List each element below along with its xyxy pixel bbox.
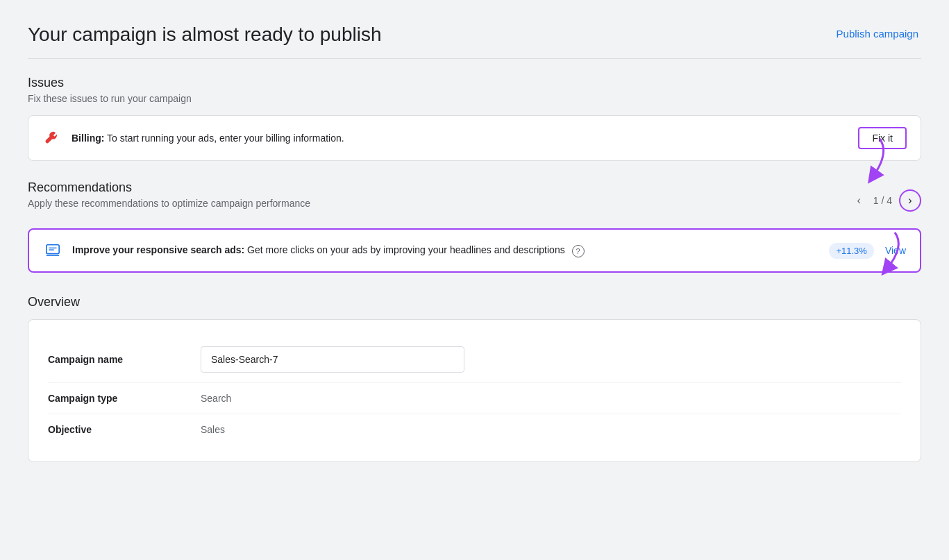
overview-title: Overview [28, 295, 921, 309]
page-container: Your campaign is almost ready to publish… [0, 0, 949, 560]
rec-badge: +11.3% [829, 243, 873, 259]
page-title: Your campaign is almost ready to publish [28, 22, 381, 47]
header-divider [28, 58, 921, 59]
issues-subtitle: Fix these issues to run your campaign [28, 93, 921, 104]
rec-bold-prefix: Improve your responsive search ads: [72, 244, 244, 255]
prev-recommendation-button[interactable]: ‹ [851, 192, 866, 210]
overview-row-campaign-name: Campaign name [48, 337, 901, 383]
rec-subtitle: Apply these recommendations to optimize … [28, 198, 310, 209]
overview-row-objective: Objective Sales [48, 414, 901, 445]
campaign-type-value: Search [201, 393, 901, 404]
campaign-name-input[interactable] [201, 346, 464, 373]
page-header: Your campaign is almost ready to publish… [28, 22, 921, 47]
rec-header-right: ‹ 1 / 4 › [851, 189, 921, 212]
rec-title: Recommendations [28, 180, 310, 195]
overview-row-campaign-type: Campaign type Search [48, 383, 901, 414]
campaign-type-label: Campaign type [48, 393, 201, 404]
recommendations-section: Recommendations Apply these recommendati… [28, 180, 921, 273]
issues-section: Issues Fix these issues to run your camp… [28, 76, 921, 161]
wrench-icon [42, 128, 62, 148]
billing-detail: To start running your ads, enter your bi… [104, 133, 344, 144]
recommendation-card: Improve your responsive search ads: Get … [28, 228, 921, 273]
rec-detail: Get more clicks on your ads by improving… [244, 244, 564, 255]
help-icon: ? [572, 245, 585, 257]
objective-label: Objective [48, 424, 201, 435]
overview-card: Campaign name Campaign type Search Objec… [28, 319, 921, 462]
rec-header-left: Recommendations Apply these recommendati… [28, 180, 310, 220]
view-recommendation-button[interactable]: View [885, 245, 906, 256]
campaign-name-label: Campaign name [48, 354, 201, 365]
overview-section: Overview Campaign name Campaign type Sea… [28, 295, 921, 462]
billing-bold: Billing: [72, 133, 104, 144]
issues-title: Issues [28, 76, 921, 90]
search-ads-icon [43, 241, 62, 260]
rec-card-text: Improve your responsive search ads: Get … [72, 244, 829, 257]
next-recommendation-button[interactable]: › [899, 189, 921, 212]
objective-value: Sales [201, 424, 901, 435]
svg-rect-0 [47, 245, 59, 254]
pagination-text: 1 / 4 [873, 195, 892, 206]
publish-campaign-button[interactable]: Publish campaign [834, 22, 921, 45]
billing-issue-text: Billing: To start running your ads, ente… [72, 133, 858, 144]
rec-header: Recommendations Apply these recommendati… [28, 180, 921, 220]
fix-it-button[interactable]: Fix it [858, 127, 907, 149]
issue-card-billing: Billing: To start running your ads, ente… [28, 115, 921, 161]
